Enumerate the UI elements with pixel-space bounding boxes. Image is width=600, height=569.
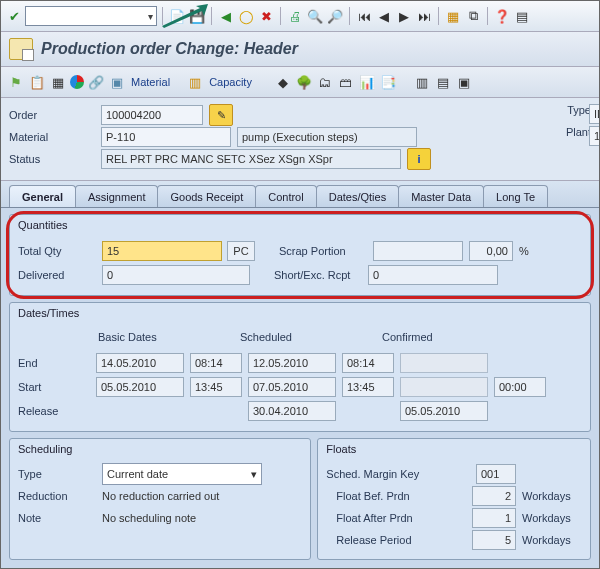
quantities-title: Quantities	[10, 215, 590, 235]
material-desc: pump (Execution steps)	[237, 127, 417, 147]
back-icon[interactable]: ◀	[217, 7, 235, 25]
release-period-label: Release Period	[326, 534, 466, 546]
net-icon[interactable]: ◆	[274, 73, 292, 91]
cancel-icon[interactable]: ✖	[257, 7, 275, 25]
tab-long-text[interactable]: Long Te	[483, 185, 548, 207]
plant-label: Plant	[566, 126, 591, 138]
tab-dates-qties[interactable]: Dates/Qties	[316, 185, 399, 207]
material-field[interactable]	[101, 127, 231, 147]
shortcut-icon[interactable]: ⧉	[464, 7, 482, 25]
capacity-icon[interactable]: ▥	[186, 73, 204, 91]
delivered-field: 0	[102, 265, 250, 285]
release-period-unit: Workdays	[522, 534, 582, 546]
sched-release-date: 30.04.2010	[248, 401, 336, 421]
tree2-icon[interactable]: 🗂	[316, 73, 334, 91]
order-header-icon[interactable]	[9, 38, 33, 60]
col-basic: Basic Dates	[96, 331, 232, 343]
sched-end-time: 08:14	[342, 353, 394, 373]
chevron-down-icon: ▾	[251, 468, 257, 481]
sched-type-select[interactable]: Current date▾	[102, 463, 262, 485]
scrap-pct-field[interactable]: 0,00	[469, 241, 513, 261]
sched-end-date: 12.05.2010	[248, 353, 336, 373]
delivered-label: Delivered	[18, 269, 96, 281]
col1-icon[interactable]: ▥	[413, 73, 431, 91]
save-icon[interactable]: 💾	[188, 7, 206, 25]
layout-icon[interactable]: ▤	[513, 7, 531, 25]
float-after-label: Float After Prdn	[326, 512, 466, 524]
type-label: Type	[567, 104, 591, 116]
tab-general[interactable]: General	[9, 185, 76, 207]
col-sched: Scheduled	[238, 331, 374, 343]
page-title: Production order Change: Header	[41, 40, 298, 58]
find-icon[interactable]: 🔍	[306, 7, 324, 25]
command-field[interactable]	[25, 6, 157, 26]
note-label: Note	[18, 512, 96, 524]
tab-goods-receipt[interactable]: Goods Receipt	[157, 185, 256, 207]
sched-type-label: Type	[18, 468, 96, 480]
material-icon[interactable]: ▣	[108, 73, 126, 91]
float-after-field[interactable]: 1	[472, 508, 516, 528]
note-value: No scheduling note	[102, 512, 196, 524]
material-button[interactable]: Material	[131, 76, 170, 88]
tab-master-data[interactable]: Master Data	[398, 185, 484, 207]
print-icon[interactable]: 🖨	[286, 7, 304, 25]
link-icon[interactable]: 🔗	[87, 73, 105, 91]
total-qty-field[interactable]	[102, 241, 222, 261]
help-icon[interactable]: ❓	[493, 7, 511, 25]
status-info-button[interactable]: i	[407, 148, 431, 170]
first-page-icon[interactable]: ⏮	[355, 7, 373, 25]
reduction-value: No reduction carried out	[102, 490, 219, 502]
tab-assignment[interactable]: Assignment	[75, 185, 158, 207]
doc-icon[interactable]: 📋	[28, 73, 46, 91]
col3-icon[interactable]: ▣	[455, 73, 473, 91]
reduction-label: Reduction	[18, 490, 96, 502]
order-field[interactable]	[101, 105, 203, 125]
tree4-icon[interactable]: 📊	[358, 73, 376, 91]
basic-end-date[interactable]: 14.05.2010	[96, 353, 184, 373]
basic-end-time[interactable]: 08:14	[190, 353, 242, 373]
quantities-group: Quantities Total Qty PC Scrap Portion 0,…	[9, 214, 591, 296]
pie-icon[interactable]	[70, 75, 84, 89]
start-label: Start	[18, 381, 90, 393]
sched-start-date: 07.05.2010	[248, 377, 336, 397]
scrap-field[interactable]	[373, 241, 463, 261]
margin-field[interactable]: 001	[476, 464, 516, 484]
tab-control[interactable]: Control	[255, 185, 316, 207]
scheduling-group: Scheduling Type Current date▾ Reduction …	[9, 438, 311, 560]
float-before-label: Float Bef. Prdn	[326, 490, 466, 502]
plant-field[interactable]: 10	[589, 126, 600, 146]
flag-icon[interactable]: ⚑	[7, 73, 25, 91]
release-period-field[interactable]: 5	[472, 530, 516, 550]
margin-label: Sched. Margin Key	[326, 468, 470, 480]
tree1-icon[interactable]: 🌳	[295, 73, 313, 91]
capacity-button[interactable]: Capacity	[209, 76, 252, 88]
order-search-button[interactable]: ✎	[209, 104, 233, 126]
app-toolbar: ⚑ 📋 ▦ 🔗 ▣ Material ▥ Capacity ◆ 🌳 🗂 🗃 📊 …	[1, 67, 599, 98]
tree3-icon[interactable]: 🗃	[337, 73, 355, 91]
check-icon[interactable]: ✔	[5, 7, 23, 25]
status-label: Status	[9, 153, 95, 165]
new-session-icon[interactable]: ▦	[444, 7, 462, 25]
last-page-icon[interactable]: ⏭	[415, 7, 433, 25]
datetimes-group: Dates/Times Basic Dates Scheduled Confir…	[9, 302, 591, 432]
basic-start-date[interactable]: 05.05.2010	[96, 377, 184, 397]
float-before-field[interactable]: 2	[472, 486, 516, 506]
type-field[interactable]: ID	[589, 104, 600, 124]
tree5-icon[interactable]: 📑	[379, 73, 397, 91]
tab-content: Quantities Total Qty PC Scrap Portion 0,…	[1, 208, 599, 569]
system-toolbar: ✔ 📄 💾 ◀ ◯ ✖ 🖨 🔍 🔎 ⏮ ◀ ▶ ⏭ ▦ ⧉ ❓ ▤	[1, 1, 599, 32]
grid-icon[interactable]: ▦	[49, 73, 67, 91]
short-field: 0	[368, 265, 498, 285]
float-after-unit: Workdays	[522, 512, 582, 524]
prev-page-icon[interactable]: ◀	[375, 7, 393, 25]
total-qty-label: Total Qty	[18, 245, 96, 257]
status-field: REL PRT PRC MANC SETC XSez XSgn XSpr	[101, 149, 401, 169]
find-next-icon[interactable]: 🔎	[326, 7, 344, 25]
floats-group: Floats Sched. Margin Key 001 Float Bef. …	[317, 438, 591, 560]
title-bar: Production order Change: Header	[1, 32, 599, 67]
disk-icon[interactable]: 📄	[168, 7, 186, 25]
next-page-icon[interactable]: ▶	[395, 7, 413, 25]
basic-start-time[interactable]: 13:45	[190, 377, 242, 397]
col2-icon[interactable]: ▤	[434, 73, 452, 91]
exit-icon[interactable]: ◯	[237, 7, 255, 25]
